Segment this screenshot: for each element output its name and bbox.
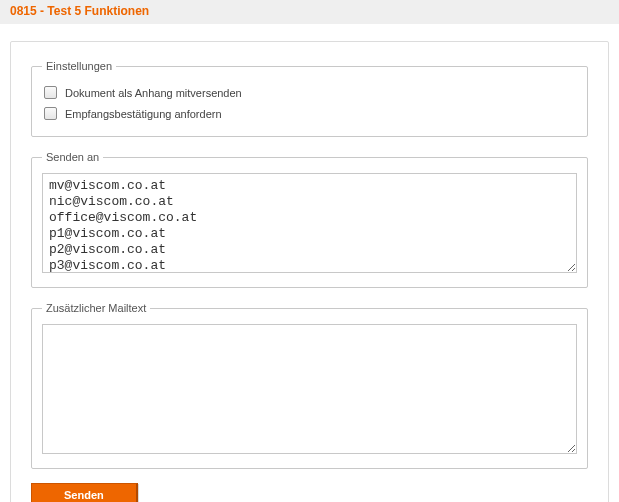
extra-text-legend: Zusätzlicher Mailtext (42, 302, 150, 314)
form-panel: Einstellungen Dokument als Anhang mitver… (10, 41, 609, 502)
send-to-fieldset: Senden an (31, 151, 588, 288)
attach-doc-checkbox[interactable] (44, 86, 57, 99)
page-title: 0815 - Test 5 Funktionen (10, 4, 149, 18)
settings-legend: Einstellungen (42, 60, 116, 72)
page-header: 0815 - Test 5 Funktionen (0, 0, 619, 25)
settings-fieldset: Einstellungen Dokument als Anhang mitver… (31, 60, 588, 137)
extra-text-fieldset: Zusätzlicher Mailtext (31, 302, 588, 469)
attach-doc-label: Dokument als Anhang mitversenden (65, 87, 242, 99)
extra-text-textarea[interactable] (42, 324, 577, 454)
read-receipt-row: Empfangsbestätigung anfordern (42, 103, 577, 124)
read-receipt-label: Empfangsbestätigung anfordern (65, 108, 222, 120)
send-to-legend: Senden an (42, 151, 103, 163)
send-button[interactable]: Senden (31, 483, 138, 502)
read-receipt-checkbox[interactable] (44, 107, 57, 120)
attach-doc-row: Dokument als Anhang mitversenden (42, 82, 577, 103)
send-to-textarea[interactable] (42, 173, 577, 273)
